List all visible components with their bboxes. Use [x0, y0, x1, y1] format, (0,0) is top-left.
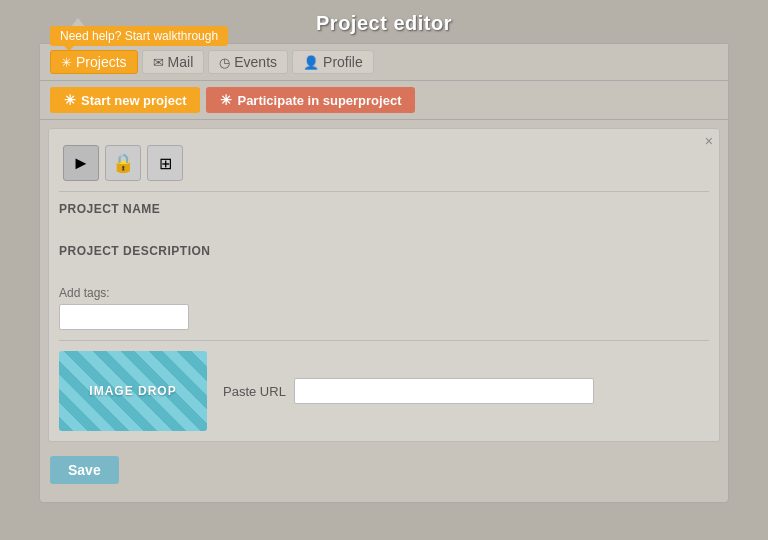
snowflake-icon-1: ✳ [64, 92, 76, 108]
nav-item-events[interactable]: ◷ Events [208, 50, 288, 74]
project-name-value [59, 218, 709, 236]
grid-icon-btn[interactable]: ⊞ [147, 145, 183, 181]
lock-icon-btn[interactable]: 🔒 [105, 145, 141, 181]
image-drop-zone[interactable]: IMAGE DROP [59, 351, 207, 431]
project-description-value [59, 260, 709, 278]
tags-label: Add tags: [59, 286, 709, 300]
nav-bar: ✳ Projects ✉ Mail ◷ Events 👤 Profile [40, 44, 728, 81]
save-button[interactable]: Save [50, 456, 119, 484]
media-row: IMAGE DROP Paste URL [59, 351, 709, 431]
nav-item-profile[interactable]: 👤 Profile [292, 50, 374, 74]
icon-row: ► 🔒 ⊞ [59, 139, 709, 192]
grid-icon: ⊞ [159, 154, 172, 173]
content-area: × ► 🔒 ⊞ PROJECT NAME PROJECT DESCRIPTION [48, 128, 720, 442]
action-bar: ✳ Start new project ✳ Participate in sup… [40, 81, 728, 120]
start-new-project-button[interactable]: ✳ Start new project [50, 87, 200, 113]
project-name-label: PROJECT NAME [59, 202, 709, 216]
nav-label-events: Events [234, 54, 277, 70]
main-panel: Need help? Start walkthrough ✳ Projects … [39, 43, 729, 503]
tags-input[interactable] [59, 304, 189, 330]
nav-item-mail[interactable]: ✉ Mail [142, 50, 205, 74]
url-row: Paste URL [223, 378, 594, 404]
nav-label-projects: Projects [76, 54, 127, 70]
cursor-icon: ► [72, 153, 90, 174]
paste-url-input[interactable] [294, 378, 594, 404]
project-description-label: PROJECT DESCRIPTION [59, 244, 709, 258]
page-title: Project editor [316, 0, 452, 43]
snowflake-icon-2: ✳ [220, 92, 232, 108]
mail-icon: ✉ [153, 55, 164, 70]
profile-icon: 👤 [303, 55, 319, 70]
divider [59, 340, 709, 341]
nav-label-profile: Profile [323, 54, 363, 70]
nav-item-projects[interactable]: ✳ Projects [50, 50, 138, 74]
projects-icon: ✳ [61, 55, 72, 70]
lock-icon: 🔒 [112, 152, 134, 174]
nav-label-mail: Mail [168, 54, 194, 70]
paste-url-label: Paste URL [223, 384, 286, 399]
close-button[interactable]: × [705, 133, 713, 149]
help-bubble[interactable]: Need help? Start walkthrough [50, 26, 228, 46]
save-bar: Save [40, 450, 728, 492]
cursor-icon-btn[interactable]: ► [63, 145, 99, 181]
events-icon: ◷ [219, 55, 230, 70]
participate-superproject-button[interactable]: ✳ Participate in superproject [206, 87, 415, 113]
outer-container: Project editor Need help? Start walkthro… [0, 0, 768, 540]
